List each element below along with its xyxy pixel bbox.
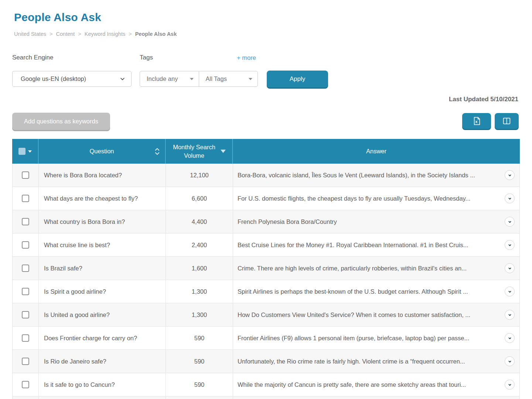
checkbox-cell [13, 280, 39, 303]
volume-column-header[interactable]: Monthly Search Volume [166, 139, 233, 164]
volume-column-label: Monthly Search Volume [173, 143, 216, 160]
row-checkbox[interactable] [22, 195, 29, 202]
more-link[interactable]: + more [237, 54, 256, 61]
row-checkbox[interactable] [22, 288, 29, 295]
column-settings-button[interactable] [495, 113, 519, 129]
breadcrumb-separator: > [129, 31, 132, 37]
question-cell: What cruise line is best? [39, 233, 166, 256]
answer-text: Spirit Airlines is perhaps the best-know… [238, 288, 468, 295]
question-cell: What days are the cheapest to fly? [39, 187, 166, 210]
questions-table: Question Monthly Search Volume Answer Wh… [12, 139, 520, 399]
answer-cell: Crime. There are high levels of crime, p… [233, 257, 520, 280]
table-row: What days are the cheapest to fly?6,600F… [13, 187, 520, 210]
row-checkbox[interactable] [22, 311, 29, 318]
select-all-caret-icon[interactable] [28, 150, 32, 153]
checkbox-cell [13, 373, 39, 396]
table-row: Is it safe to go to Cancun?590While the … [13, 373, 520, 396]
row-checkbox[interactable] [22, 334, 29, 342]
add-questions-button[interactable]: Add questions as keywords [12, 113, 110, 130]
row-checkbox[interactable] [22, 381, 29, 388]
caret-down-icon [190, 78, 194, 80]
volume-cell: 4,400 [166, 210, 233, 233]
volume-cell: 1,600 [166, 257, 233, 280]
question-cell: Is Spirit a good airline? [39, 280, 166, 303]
question-column-header[interactable]: Question [38, 139, 166, 164]
table-row-partial [13, 396, 520, 399]
row-checkbox[interactable] [22, 241, 29, 249]
page-title: People Also Ask [14, 11, 101, 24]
expand-answer-button[interactable] [505, 240, 515, 250]
expand-answer-button[interactable] [505, 357, 515, 366]
columns-icon [502, 116, 511, 126]
volume-cell: 12,100 [166, 164, 233, 187]
sort-toggle-icon[interactable] [154, 147, 160, 156]
svg-text:x: x [475, 120, 477, 124]
volume-cell: 6,600 [166, 187, 233, 210]
sort-descending-icon [221, 150, 226, 153]
tags-select[interactable]: All Tags [199, 71, 258, 86]
checkbox-cell [13, 210, 39, 233]
volume-cell: 590 [166, 350, 233, 373]
tags-mode-value: Include any [147, 75, 178, 82]
answer-text: Bora-Bora, volcanic island, Îles Sous le… [238, 172, 475, 179]
volume-cell: 590 [166, 373, 233, 396]
breadcrumb-item[interactable]: Keyword Insights [85, 31, 125, 37]
search-engine-select[interactable]: Google us-EN (desktop) [12, 71, 132, 87]
answer-cell: Bora-Bora, volcanic island, Îles Sous le… [233, 164, 520, 187]
breadcrumb-separator: > [50, 31, 52, 37]
expand-answer-button[interactable] [505, 217, 515, 227]
volume-cell: 1,300 [166, 280, 233, 303]
answer-cell: Spirit Airlines is perhaps the best-know… [233, 280, 520, 303]
page: People Also Ask United States>Content>Ke… [0, 0, 532, 399]
question-cell: What country is Bora Bora in? [39, 210, 166, 233]
expand-answer-button[interactable] [505, 380, 515, 390]
row-checkbox[interactable] [22, 171, 29, 179]
table-row: What cruise line is best?2,400Best Cruis… [13, 233, 520, 257]
select-all-header[interactable] [12, 139, 38, 164]
breadcrumb-separator: > [78, 31, 81, 37]
chevron-down-icon [120, 76, 125, 82]
expand-answer-button[interactable] [505, 194, 515, 204]
expand-answer-button[interactable] [505, 333, 515, 343]
table-row: Is Rio de Janeiro safe?590Unfortunately,… [13, 350, 520, 373]
volume-cell: 1,300 [166, 303, 233, 326]
question-cell: Is United a good airline? [39, 303, 166, 326]
apply-button[interactable]: Apply [267, 71, 328, 88]
table-row: What country is Bora Bora in?4,400French… [13, 210, 520, 233]
question-cell: Does Frontier charge for carry on? [39, 327, 166, 349]
table-body: Where is Bora Bora located?12,100Bora-Bo… [12, 164, 520, 396]
expand-answer-button[interactable] [505, 287, 515, 297]
table-row: Where is Bora Bora located?12,100Bora-Bo… [13, 164, 520, 187]
checkbox-cell [13, 233, 39, 256]
breadcrumb-item[interactable]: Content [56, 31, 75, 37]
answer-cell: Frontier Airlines (F9) allows 1 personal… [233, 327, 520, 349]
checkbox-cell [13, 327, 39, 349]
answer-text: While the majority of Cancun is pretty s… [238, 381, 466, 388]
answer-text: Best Cruise Lines for the Money #1. Roya… [238, 242, 468, 249]
row-checkbox[interactable] [22, 218, 29, 225]
breadcrumb: United States>Content>Keyword Insights>P… [14, 31, 177, 37]
table-row: Does Frontier charge for carry on?590Fro… [13, 327, 520, 350]
breadcrumb-item[interactable]: United States [14, 31, 46, 37]
tags-mode-select[interactable]: Include any [140, 71, 199, 86]
answer-text: Unfortunately, the Rio crime rate is fai… [238, 358, 465, 365]
expand-answer-button[interactable] [505, 310, 515, 320]
row-checkbox[interactable] [22, 265, 29, 272]
answer-cell: French Polynesia Bora Bora/Country [233, 210, 520, 233]
row-checkbox[interactable] [22, 358, 29, 365]
select-all-checkbox[interactable] [18, 148, 25, 155]
question-cell: Is Brazil safe? [39, 257, 166, 280]
answer-text: How Do Customers View United's Service? … [238, 311, 470, 318]
checkbox-cell [13, 187, 39, 210]
search-engine-label: Search Engine [12, 54, 54, 61]
answer-cell: For U.S. domestic flights, the cheapest … [233, 187, 520, 210]
volume-cell: 590 [166, 327, 233, 349]
table-row: Is Spirit a good airline?1,300Spirit Air… [13, 280, 520, 303]
expand-answer-button[interactable] [505, 170, 515, 180]
answer-cell: Best Cruise Lines for the Money #1. Roya… [233, 233, 520, 256]
answer-text: French Polynesia Bora Bora/Country [238, 218, 337, 225]
export-excel-button[interactable]: x [462, 113, 491, 129]
expand-answer-button[interactable] [505, 263, 515, 273]
question-column-label: Question [89, 148, 114, 155]
caret-down-icon [249, 78, 252, 80]
